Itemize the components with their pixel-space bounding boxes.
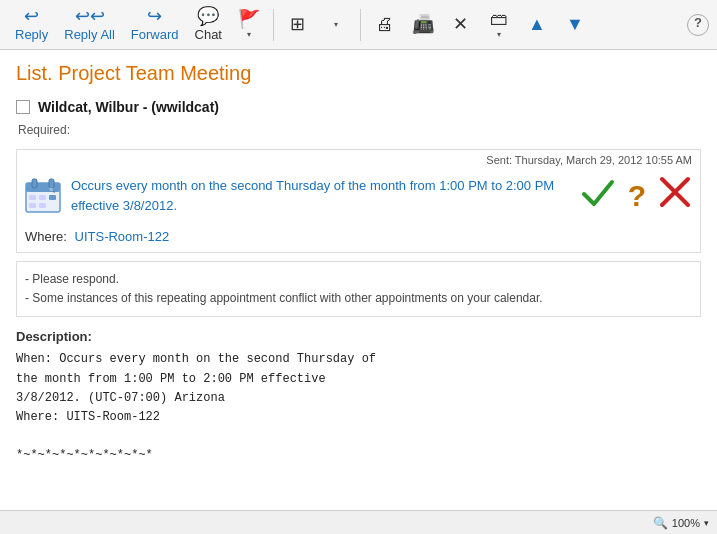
attendee-checkbox[interactable] (16, 100, 30, 114)
where-value: UITS-Room-122 (75, 229, 170, 244)
required-label: Required: (18, 123, 701, 137)
reply-button[interactable]: ↩ Reply (8, 4, 55, 45)
where-row: Where: UITS-Room-122 (17, 225, 700, 252)
move-down-button[interactable]: ▼ (557, 12, 593, 38)
email-title: List. Project Team Meeting (16, 62, 701, 85)
attendee-row: Wildcat, Wilbur - (wwildcat) (16, 99, 701, 115)
invite-row: 🔍 Occurs every month on the second Thurs… (17, 166, 700, 225)
grid-view-button[interactable]: ⊞ (280, 12, 316, 38)
separator-2 (360, 9, 361, 41)
where-label: Where: (25, 229, 67, 244)
note-1: - Please respond. (25, 270, 692, 289)
toolbar: ↩ Reply ↩↩ Reply All ↪ Forward 💬 Chat 🚩 … (0, 0, 717, 50)
svg-rect-6 (49, 195, 56, 200)
decline-button[interactable] (658, 175, 692, 216)
zoom-level[interactable]: 100% (672, 517, 700, 529)
svg-rect-5 (39, 195, 46, 200)
invite-actions: ? (580, 174, 692, 217)
maybe-button[interactable]: ? (628, 179, 646, 213)
print-button[interactable]: 🖨 (367, 12, 403, 38)
attendee-name: Wildcat, Wilbur - (wwildcat) (38, 99, 219, 115)
invite-text: Occurs every month on the second Thursda… (71, 176, 570, 215)
content-area: List. Project Team Meeting Wildcat, Wilb… (0, 50, 717, 510)
svg-text:🔍: 🔍 (49, 187, 56, 194)
zoom-icon: 🔍 (653, 516, 668, 530)
grid-dropdown-button[interactable]: ▾ (318, 17, 354, 32)
archive-button[interactable]: 🗃 ▾ (481, 7, 517, 42)
svg-rect-4 (29, 195, 36, 200)
calendar-icon: 🔍 (25, 178, 61, 214)
move-up-button[interactable]: ▲ (519, 12, 555, 38)
svg-rect-2 (32, 179, 37, 188)
note-2: - Some instances of this repeating appoi… (25, 289, 692, 308)
fax-button[interactable]: 📠 (405, 12, 441, 38)
message-body: Sent: Thursday, March 29, 2012 10:55 AM … (16, 149, 701, 253)
flag-button[interactable]: 🚩 ▾ (231, 7, 267, 42)
separator-1 (273, 9, 274, 41)
description-content: When: Occurs every month on the second T… (16, 350, 701, 465)
accept-button[interactable] (580, 174, 616, 217)
svg-rect-8 (39, 203, 46, 208)
status-bar: 🔍 100% ▾ (0, 510, 717, 534)
zoom-dropdown-arrow[interactable]: ▾ (704, 518, 709, 528)
reply-all-button[interactable]: ↩↩ Reply All (57, 4, 122, 45)
forward-button[interactable]: ↪ Forward (124, 4, 186, 45)
notes-section: - Please respond. - Some instances of th… (16, 261, 701, 317)
svg-rect-7 (29, 203, 36, 208)
sent-line: Sent: Thursday, March 29, 2012 10:55 AM (17, 150, 700, 166)
description-label: Description: (16, 329, 701, 344)
delete-button[interactable]: ✕ (443, 12, 479, 38)
help-button[interactable]: ? (687, 14, 709, 36)
chat-button[interactable]: 💬 Chat (188, 4, 229, 45)
email-container[interactable]: List. Project Team Meeting Wildcat, Wilb… (0, 50, 717, 510)
